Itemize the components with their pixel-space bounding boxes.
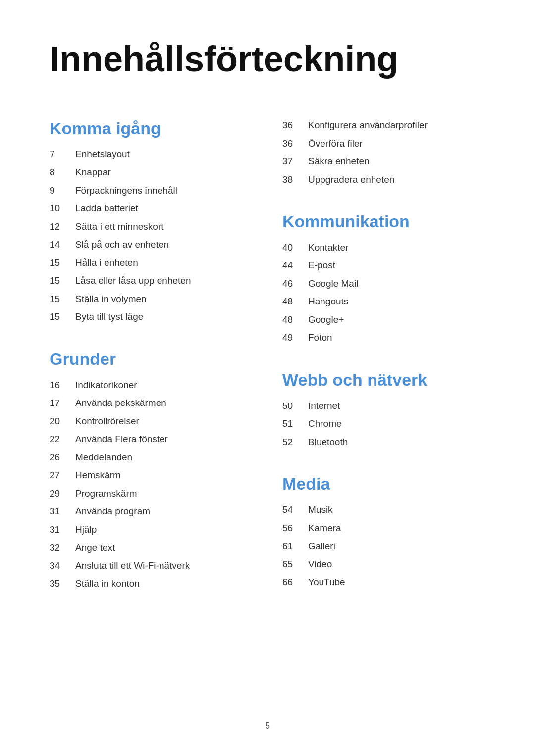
section-title-webb-och-natverk: Webb och nätverk (282, 370, 485, 390)
toc-item: 65Video (282, 557, 485, 572)
toc-num: 37 (282, 154, 308, 169)
toc-num: 15 (50, 274, 75, 288)
section-webb-och-natverk: Webb och nätverk50Internet51Chrome52Blue… (282, 370, 485, 449)
toc-item: 9Förpackningens innehåll (50, 184, 253, 198)
toc-num: 56 (282, 521, 308, 536)
toc-label: Kamera (308, 521, 341, 536)
toc-item: 17Använda pekskärmen (50, 396, 253, 410)
section-right-top: 36Konfigurera användarprofiler36Överföra… (282, 118, 485, 187)
toc-label: Använda pekskärmen (75, 396, 166, 410)
toc-item: 37Säkra enheten (282, 154, 485, 169)
toc-item: 15Hålla i enheten (50, 256, 253, 270)
toc-item: 26Meddelanden (50, 451, 253, 465)
toc-label: E-post (308, 258, 335, 273)
toc-item: 20Kontrollrörelser (50, 414, 253, 429)
toc-label: Google Mail (308, 277, 358, 291)
toc-num: 48 (282, 295, 308, 309)
toc-item: 22Använda Flera fönster (50, 432, 253, 447)
toc-item: 52Bluetooth (282, 435, 485, 450)
toc-item: 56Kamera (282, 521, 485, 536)
toc-num: 12 (50, 220, 75, 234)
toc-item: 15Byta till tyst läge (50, 310, 253, 324)
toc-list-komma-igaang: 7Enhetslayout8Knappar9Förpackningens inn… (50, 148, 253, 324)
toc-label: Hangouts (308, 295, 348, 309)
toc-item: 51Chrome (282, 417, 485, 431)
toc-label: Enhetslayout (75, 148, 130, 162)
toc-item: 40Kontakter (282, 241, 485, 255)
section-title-komma-igaang: Komma igång (50, 118, 253, 139)
toc-item: 12Sätta i ett minneskort (50, 220, 253, 234)
toc-item: 27Hemskärm (50, 468, 253, 483)
page: Innehållsförteckning Komma igång7Enhetsl… (0, 0, 535, 756)
toc-item: 31Använda program (50, 504, 253, 519)
toc-num: 61 (282, 539, 308, 554)
toc-num: 34 (50, 559, 75, 573)
section-grunder: Grunder16Indikatorikoner17Använda pekskä… (50, 349, 253, 591)
toc-label: Ställa in volymen (75, 292, 147, 306)
toc-num: 32 (50, 541, 75, 555)
toc-label: Video (308, 557, 332, 572)
page-title: Innehållsförteckning (50, 40, 485, 79)
toc-list-grunder: 16Indikatorikoner17Använda pekskärmen20K… (50, 378, 253, 591)
toc-label: Säkra enheten (308, 154, 370, 169)
toc-num: 15 (50, 256, 75, 270)
toc-label: Kontrollrörelser (75, 414, 139, 429)
toc-item: 32Ange text (50, 541, 253, 555)
toc-label: Sätta i ett minneskort (75, 220, 163, 234)
toc-item: 34Ansluta till ett Wi-Fi-nätverk (50, 559, 253, 573)
left-column: Komma igång7Enhetslayout8Knappar9Förpack… (50, 118, 253, 616)
toc-num: 36 (282, 137, 308, 151)
toc-num: 29 (50, 487, 75, 501)
toc-num: 20 (50, 414, 75, 429)
toc-num: 66 (282, 575, 308, 590)
toc-item: 54Musik (282, 503, 485, 517)
section-title-kommunikation: Kommunikation (282, 211, 485, 232)
two-column-layout: Komma igång7Enhetslayout8Knappar9Förpack… (50, 118, 485, 616)
toc-item: 46Google Mail (282, 277, 485, 291)
toc-label: Byta till tyst läge (75, 310, 143, 324)
toc-label: Överföra filer (308, 137, 363, 151)
toc-item: 14Slå på och av enheten (50, 238, 253, 252)
toc-num: 65 (282, 557, 308, 572)
toc-item: 48Hangouts (282, 295, 485, 309)
toc-item: 61Galleri (282, 539, 485, 554)
toc-item: 48Google+ (282, 313, 485, 327)
toc-label: Hemskärm (75, 468, 121, 483)
toc-num: 49 (282, 331, 308, 345)
toc-label: Konfigurera användarprofiler (308, 118, 428, 133)
toc-label: Förpackningens innehåll (75, 184, 177, 198)
toc-label: Foton (308, 331, 332, 345)
toc-item: 38Uppgradera enheten (282, 173, 485, 187)
toc-num: 16 (50, 378, 75, 393)
toc-list-webb-och-natverk: 50Internet51Chrome52Bluetooth (282, 399, 485, 450)
right-column: 36Konfigurera användarprofiler36Överföra… (282, 118, 485, 616)
toc-num: 27 (50, 468, 75, 483)
toc-item: 10Ladda batteriet (50, 202, 253, 216)
toc-item: 44E-post (282, 258, 485, 273)
section-komma-igaang: Komma igång7Enhetslayout8Knappar9Förpack… (50, 118, 253, 324)
toc-label: Knappar (75, 165, 111, 180)
toc-label: YouTube (308, 575, 345, 590)
toc-label: Hjälp (75, 523, 97, 537)
toc-item: 7Enhetslayout (50, 148, 253, 162)
toc-label: Ansluta till ett Wi-Fi-nätverk (75, 559, 190, 573)
toc-num: 31 (50, 504, 75, 519)
toc-num: 31 (50, 523, 75, 537)
toc-item: 35Ställa in konton (50, 577, 253, 591)
toc-num: 35 (50, 577, 75, 591)
toc-item: 16Indikatorikoner (50, 378, 253, 393)
toc-item: 29Programskärm (50, 487, 253, 501)
toc-label: Uppgradera enheten (308, 173, 394, 187)
toc-num: 9 (50, 184, 75, 198)
section-title-media: Media (282, 474, 485, 494)
toc-item: 49Foton (282, 331, 485, 345)
toc-num: 22 (50, 432, 75, 447)
toc-item: 8Knappar (50, 165, 253, 180)
toc-item: 50Internet (282, 399, 485, 413)
toc-label: Internet (308, 399, 340, 413)
toc-num: 17 (50, 396, 75, 410)
toc-num: 52 (282, 435, 308, 450)
section-kommunikation: Kommunikation40Kontakter44E-post46Google… (282, 211, 485, 345)
toc-label: Använda Flera fönster (75, 432, 168, 447)
toc-label: Använda program (75, 504, 150, 519)
